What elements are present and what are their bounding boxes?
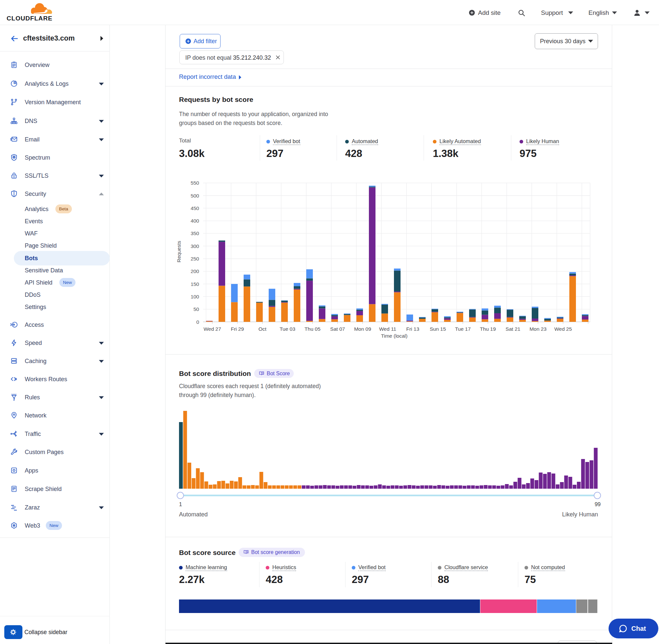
svg-text:Wed 25: Wed 25 — [554, 326, 572, 332]
svg-text:Sun 15: Sun 15 — [429, 326, 446, 332]
svg-text:Sat 07: Sat 07 — [330, 326, 345, 332]
svg-text:Tue 17: Tue 17 — [455, 326, 471, 332]
svg-text:50: 50 — [193, 306, 199, 312]
svg-text:Thu 19: Thu 19 — [480, 326, 496, 332]
svg-text:Sat 21: Sat 21 — [506, 326, 521, 332]
svg-text:Fri 13: Fri 13 — [406, 326, 419, 332]
svg-text:300: 300 — [191, 243, 199, 249]
svg-text:250: 250 — [191, 256, 199, 261]
svg-text:550: 550 — [191, 180, 199, 186]
svg-text:350: 350 — [191, 230, 199, 236]
svg-text:Wed 27: Wed 27 — [204, 326, 221, 332]
svg-text:400: 400 — [191, 218, 199, 224]
svg-text:Mon 23: Mon 23 — [529, 326, 547, 332]
svg-text:Oct: Oct — [258, 326, 267, 332]
svg-text:200: 200 — [191, 269, 199, 274]
svg-text:Tue 03: Tue 03 — [280, 326, 296, 332]
svg-text:450: 450 — [191, 205, 199, 211]
svg-text:Thu 05: Thu 05 — [305, 326, 321, 332]
svg-text:Automated: Automated — [179, 511, 208, 518]
svg-text:Mon 09: Mon 09 — [354, 326, 371, 332]
svg-text:Likely Human: Likely Human — [562, 511, 598, 518]
svg-text:Requests: Requests — [176, 241, 182, 262]
svg-text:500: 500 — [191, 193, 199, 199]
svg-text:1: 1 — [179, 501, 182, 507]
svg-text:Wed 11: Wed 11 — [379, 326, 396, 332]
svg-text:Fri 29: Fri 29 — [231, 326, 244, 332]
svg-text:0: 0 — [196, 319, 199, 325]
svg-text:99: 99 — [595, 501, 601, 507]
svg-text:100: 100 — [191, 294, 199, 299]
svg-text:Time (local): Time (local) — [381, 333, 407, 339]
svg-text:150: 150 — [191, 281, 199, 287]
